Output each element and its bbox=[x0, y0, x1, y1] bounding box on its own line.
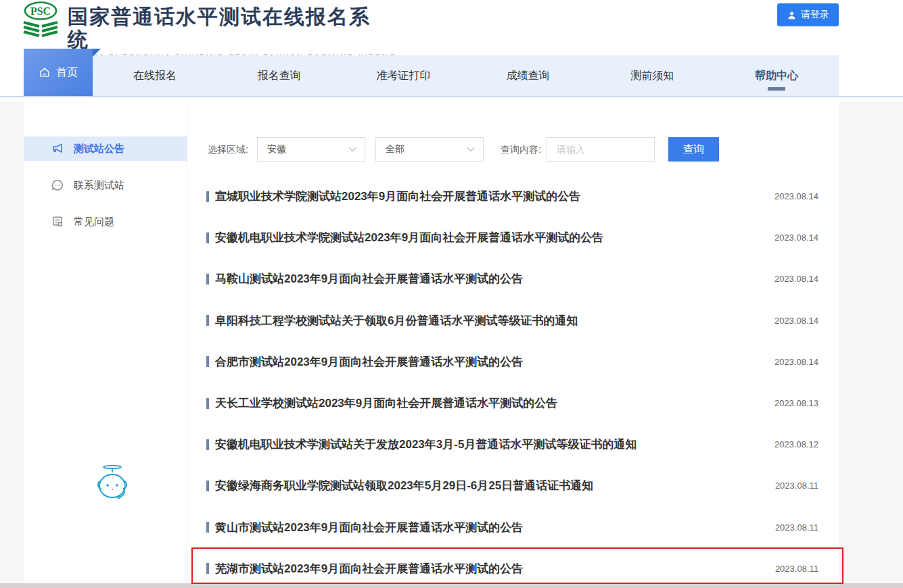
announcement-title: 安徽绿海商务职业学院测试站领取2023年5月29日-6月25日普通话证书通知 bbox=[215, 478, 593, 493]
announcement-date: 2023.08.14 bbox=[774, 274, 818, 284]
row-marker bbox=[206, 398, 209, 409]
nav-item-label: 成绩查询 bbox=[506, 69, 549, 83]
announcement-row[interactable]: 阜阳科技工程学校测试站关于领取6月份普通话水平测试等级证书的通知 2023.08… bbox=[206, 300, 818, 341]
announcement-row[interactable]: 宣城职业技术学院测试站2023年9月面向社会开展普通话水平测试的公告 2023.… bbox=[206, 176, 818, 217]
nav-item-label: 准考证打印 bbox=[377, 69, 431, 83]
announcement-title: 阜阳科技工程学校测试站关于领取6月份普通话水平测试等级证书的通知 bbox=[215, 313, 578, 328]
nav-item-label: 报名查询 bbox=[258, 69, 301, 83]
row-marker bbox=[206, 315, 209, 326]
sub-region-select[interactable]: 全部 bbox=[375, 137, 484, 162]
nav-item-label: 测前须知 bbox=[630, 69, 674, 83]
row-marker bbox=[206, 563, 209, 574]
current-nav-underline bbox=[768, 87, 785, 91]
announcement-date: 2023.08.14 bbox=[774, 357, 818, 367]
announcement-date: 2023.08.13 bbox=[774, 398, 818, 408]
region-select-value: 安徽 bbox=[267, 143, 286, 155]
faq-icon bbox=[51, 215, 64, 228]
search-button[interactable]: 查询 bbox=[668, 137, 719, 162]
row-marker bbox=[206, 522, 209, 533]
sub-region-select-value: 全部 bbox=[386, 143, 404, 155]
sidebar: 测试站公告 联系测试站 bbox=[24, 101, 187, 583]
announcement-row[interactable]: 天长工业学校测试站2023年9月面向社会开展普通话水平测试的公告 2023.08… bbox=[206, 383, 818, 424]
megaphone-icon bbox=[51, 142, 64, 155]
home-icon bbox=[39, 66, 51, 78]
nav-item-label: 在线报名 bbox=[133, 69, 177, 83]
announcement-title: 安徽机电职业技术学测试站关于发放2023年3月-5月普通话水平测试等级证书的通知 bbox=[215, 437, 636, 452]
announcement-title: 天长工业学校测试站2023年9月面向社会开展普通话水平测试的公告 bbox=[215, 395, 557, 411]
content-panel: 测试站公告 联系测试站 bbox=[24, 101, 839, 583]
announcement-row-highlighted[interactable]: 芜湖市测试站2023年9月面向社会开展普通话水平测试的公告 2023.08.11 bbox=[206, 548, 818, 583]
nav-item-online-signup[interactable]: 在线报名 bbox=[93, 55, 217, 96]
nav-item-label: 帮助中心 bbox=[755, 69, 798, 83]
page-background-left bbox=[0, 101, 24, 583]
user-icon bbox=[787, 10, 797, 20]
announcement-date: 2023.08.11 bbox=[775, 522, 818, 533]
tab-corner-notch bbox=[93, 49, 101, 57]
sidebar-item-label: 测试站公告 bbox=[74, 143, 124, 155]
nav-item-label: 首页 bbox=[56, 66, 78, 80]
chevron-down-icon bbox=[467, 147, 475, 152]
nav-bottom-border bbox=[0, 96, 903, 97]
row-marker bbox=[206, 191, 209, 202]
sidebar-item-label: 常见问题 bbox=[74, 216, 114, 228]
row-marker bbox=[206, 274, 209, 285]
announcement-date: 2023.08.14 bbox=[774, 232, 818, 243]
announcement-title: 宣城职业技术学院测试站2023年9月面向社会开展普通话水平测试的公告 bbox=[215, 189, 580, 204]
page-background-right bbox=[839, 101, 903, 583]
nav-item-help-center[interactable]: 帮助中心 bbox=[714, 55, 839, 96]
announcement-title: 合肥市测试站2023年9月面向社会开展普通话水平测试的公告 bbox=[215, 354, 523, 370]
login-button[interactable]: 请登录 bbox=[777, 3, 839, 26]
row-marker bbox=[206, 439, 209, 450]
page-bottom-strip bbox=[0, 583, 903, 588]
announcement-title: 安徽机电职业技术学院测试站2023年9月面向社会开展普通话水平测试的公告 bbox=[215, 230, 603, 245]
sidebar-item-station-announcements[interactable]: 测试站公告 bbox=[24, 137, 187, 161]
sidebar-item-faq[interactable]: 常见问题 bbox=[24, 210, 187, 234]
nav-item-score-query[interactable]: 成绩查询 bbox=[465, 55, 590, 96]
announcement-row[interactable]: 合肥市测试站2023年9月面向社会开展普通话水平测试的公告 2023.08.14 bbox=[206, 341, 818, 383]
sidebar-item-contact-station[interactable]: 联系测试站 bbox=[24, 173, 187, 197]
login-label: 请登录 bbox=[801, 9, 829, 21]
announcement-date: 2023.08.14 bbox=[774, 191, 818, 201]
header: PSC 国家普通话水平测试在线报名系统 GUOJIA PUTONGHUA SHU… bbox=[0, 0, 903, 55]
service-robot-icon[interactable] bbox=[90, 463, 135, 505]
announcement-title: 黄山市测试站2023年9月面向社会开展普通话水平测试的公告 bbox=[215, 520, 523, 535]
psc-logo-icon: PSC bbox=[19, 1, 62, 39]
nav-item-pretest-notice[interactable]: 测前须知 bbox=[590, 55, 714, 96]
region-filter-label: 选择区域: bbox=[208, 137, 248, 162]
logo-text: PSC bbox=[30, 5, 51, 17]
announcement-row[interactable]: 马鞍山测试站2023年9月面向社会开展普通话水平测试的公告 2023.08.14 bbox=[206, 258, 818, 299]
announcement-row[interactable]: 黄山市测试站2023年9月面向社会开展普通话水平测试的公告 2023.08.11 bbox=[206, 507, 818, 548]
announcement-date: 2023.08.14 bbox=[774, 316, 818, 326]
nav-item-home[interactable]: 首页 bbox=[24, 49, 93, 96]
announcement-row[interactable]: 安徽机电职业技术学测试站关于发放2023年3月-5月普通话水平测试等级证书的通知… bbox=[206, 424, 818, 465]
announcement-date: 2023.08.11 bbox=[775, 564, 818, 574]
announcement-row[interactable]: 安徽机电职业技术学院测试站2023年9月面向社会开展普通话水平测试的公告 202… bbox=[206, 217, 818, 258]
sidebar-item-label: 联系测试站 bbox=[74, 179, 124, 192]
nav-item-signup-query[interactable]: 报名查询 bbox=[217, 55, 342, 96]
query-filter-label: 查询内容: bbox=[501, 137, 541, 162]
site-title: 国家普通话水平测试在线报名系统 bbox=[68, 5, 377, 51]
announcement-title: 马鞍山测试站2023年9月面向社会开展普通话水平测试的公告 bbox=[215, 271, 523, 287]
region-select[interactable]: 安徽 bbox=[257, 137, 365, 162]
row-marker bbox=[206, 232, 209, 243]
query-input[interactable] bbox=[547, 137, 655, 162]
nav-item-print-admission[interactable]: 准考证打印 bbox=[342, 55, 466, 96]
announcement-date: 2023.08.12 bbox=[774, 439, 818, 449]
announcement-list: 宣城职业技术学院测试站2023年9月面向社会开展普通话水平测试的公告 2023.… bbox=[206, 176, 818, 583]
announcement-title: 芜湖市测试站2023年9月面向社会开展普通话水平测试的公告 bbox=[215, 561, 523, 577]
nav-items: 在线报名 报名查询 准考证打印 成绩查询 测前须知 帮助中心 bbox=[93, 55, 839, 96]
row-marker bbox=[206, 356, 209, 367]
announcement-row[interactable]: 安徽绿海商务职业学院测试站领取2023年5月29日-6月25日普通话证书通知 2… bbox=[206, 465, 818, 506]
chevron-down-icon bbox=[348, 147, 356, 152]
row-marker bbox=[206, 481, 209, 491]
announcement-date: 2023.08.11 bbox=[775, 481, 818, 491]
chat-icon bbox=[51, 178, 64, 192]
